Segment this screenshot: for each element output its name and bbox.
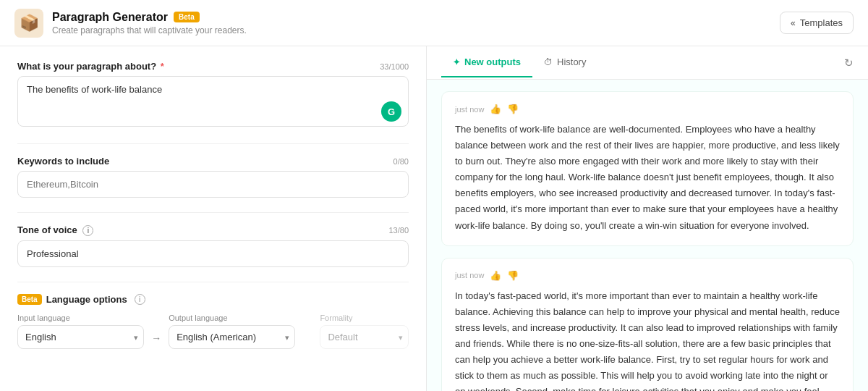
output-meta-1: just now 👍 👎	[455, 104, 840, 114]
tone-field-group: Tone of voice i 13/80	[17, 224, 409, 267]
formality-select-wrapper: Default ▾	[320, 325, 409, 349]
output-time-1: just now	[455, 105, 484, 114]
language-section-header: Beta Language options i	[17, 294, 409, 305]
keywords-char-count: 0/80	[393, 157, 409, 166]
header-left: 📦 Paragraph Generator Beta Create paragr…	[14, 9, 247, 38]
paragraph-field-group: What is your paragraph about? * 33/1000 …	[17, 61, 409, 129]
language-row: Input language English ▾ → Output langua…	[17, 314, 409, 349]
tab-new-outputs[interactable]: ✦ New outputs	[441, 48, 532, 77]
tone-label-row: Tone of voice i 13/80	[17, 224, 409, 236]
input-lang-label: Input language	[17, 314, 144, 322]
formality-select[interactable]: Default	[320, 325, 409, 349]
input-lang-select-wrapper: English ▾	[17, 325, 144, 349]
output-thumbup-1[interactable]: 👍	[490, 104, 501, 114]
paragraph-input[interactable]	[17, 76, 409, 127]
paragraph-label: What is your paragraph about? *	[17, 61, 164, 72]
keywords-label: Keywords to include	[17, 156, 109, 167]
app-title-block: Paragraph Generator Beta Create paragrap…	[52, 11, 247, 35]
keywords-label-row: Keywords to include 0/80	[17, 156, 409, 167]
lang-beta-badge: Beta	[17, 294, 42, 305]
paragraph-label-row: What is your paragraph about? * 33/1000	[17, 61, 409, 72]
output-tabs: ✦ New outputs ⏱ History ↻	[427, 46, 868, 80]
formality-label: Formality	[320, 314, 409, 322]
output-text-2: In today's fast-paced world, it's more i…	[455, 288, 840, 391]
output-language-col: Output language English (American) ▾	[169, 314, 295, 349]
paragraph-label-text: What is your paragraph about?	[17, 61, 156, 72]
output-lang-label: Output language	[169, 314, 295, 322]
divider-1	[17, 143, 409, 144]
formality-col: Formality Default ▾	[320, 314, 409, 349]
app-subtitle: Create paragraphs that will captivate yo…	[52, 25, 247, 35]
beta-badge: Beta	[174, 12, 200, 22]
keywords-input[interactable]	[17, 171, 409, 198]
tab-history[interactable]: ⏱ History	[532, 48, 597, 77]
tabs-left: ✦ New outputs ⏱ History	[441, 48, 597, 77]
output-meta-2: just now 👍 👎	[455, 270, 840, 281]
tone-input[interactable]	[17, 240, 409, 267]
app-icon-emoji: 📦	[20, 14, 39, 33]
outputs-area: just now 👍 👎 The benefits of work-life b…	[427, 80, 868, 391]
output-lang-select-wrapper: English (American) ▾	[169, 325, 295, 349]
language-section: Beta Language options i Input language E…	[17, 294, 409, 349]
tone-info-icon: i	[82, 225, 93, 236]
divider-2	[17, 212, 409, 213]
refresh-icon[interactable]: ↻	[844, 56, 854, 70]
app-header: 📦 Paragraph Generator Beta Create paragr…	[0, 0, 868, 46]
grammarly-icon[interactable]: G	[381, 101, 401, 122]
main-layout: What is your paragraph about? * 33/1000 …	[0, 46, 868, 391]
history-label: History	[557, 56, 586, 67]
templates-label: Templates	[800, 17, 843, 28]
input-lang-select[interactable]: English	[17, 325, 144, 349]
paragraph-textarea-wrapper: G	[17, 76, 409, 129]
app-icon: 📦	[14, 9, 43, 38]
output-thumbdown-1[interactable]: 👎	[507, 104, 519, 114]
app-title-row: Paragraph Generator Beta	[52, 11, 247, 24]
right-panel: ✦ New outputs ⏱ History ↻ just now 👍 👎 T…	[427, 46, 868, 391]
output-thumbdown-2[interactable]: 👎	[507, 270, 519, 281]
tone-label-text: Tone of voice	[17, 224, 77, 235]
tone-char-count: 13/80	[388, 226, 409, 235]
new-outputs-label: New outputs	[464, 56, 521, 67]
output-block-2: just now 👍 👎 In today's fast-paced world…	[441, 258, 854, 391]
history-icon: ⏱	[544, 57, 553, 67]
lang-arrow-separator: →	[144, 319, 169, 344]
input-language-col: Input language English ▾	[17, 314, 144, 349]
app-title: Paragraph Generator	[52, 11, 168, 24]
paragraph-char-count: 33/1000	[380, 62, 409, 71]
templates-chevron-icon: «	[791, 18, 796, 28]
divider-3	[17, 282, 409, 282]
templates-button[interactable]: « Templates	[780, 12, 854, 34]
keywords-field-group: Keywords to include 0/80	[17, 156, 409, 198]
language-info-icon: i	[135, 294, 145, 305]
left-panel: What is your paragraph about? * 33/1000 …	[0, 46, 427, 391]
language-options-label: Language options	[46, 294, 127, 305]
tone-label: Tone of voice i	[17, 224, 93, 236]
output-thumbup-2[interactable]: 👍	[490, 270, 501, 281]
output-block-1: just now 👍 👎 The benefits of work-life b…	[441, 91, 854, 246]
output-lang-select[interactable]: English (American)	[169, 325, 295, 349]
new-outputs-icon: ✦	[453, 57, 460, 67]
output-time-2: just now	[455, 271, 484, 279]
required-star: *	[161, 61, 164, 72]
output-text-1: The benefits of work-life balance are we…	[455, 122, 840, 234]
